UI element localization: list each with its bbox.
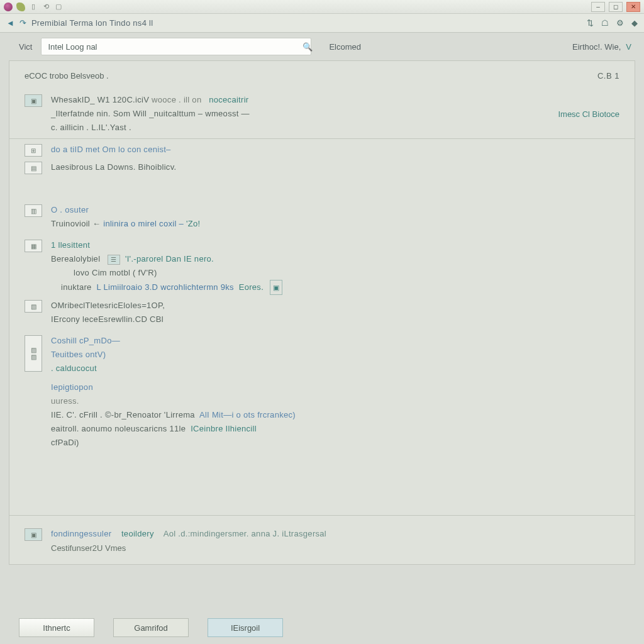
item-4-title[interactable]: 1 llesittent <box>51 238 619 252</box>
browse-label[interactable]: Elcomed <box>329 42 361 52</box>
item-4-l4a: inuktare <box>61 282 92 292</box>
item-4b-l2: IErcony leceEsrewllin.CD CBl <box>51 313 619 326</box>
item-5-l7a: eaitroll. aonumo noleuscaricns 11le <box>51 424 186 433</box>
item-4-icon[interactable]: ▦ <box>25 240 42 252</box>
item-4b-icon[interactable]: ▧ <box>25 300 42 313</box>
item-1-meta: wooce . ill on <box>152 95 201 104</box>
maximize-button[interactable]: ◻ <box>609 2 623 12</box>
toolbar-user-icon[interactable]: ☖ <box>601 18 609 28</box>
item-4-l2a: Berealolybiel <box>51 254 100 264</box>
item-5-l6b[interactable]: AlI Mit—i o ots frcrankec) <box>199 410 296 419</box>
result-item-4b: ▧ OMribeclTletesricEloIes=1OP, IErcony l… <box>9 299 635 330</box>
item-5-l5: uuress. <box>51 394 619 408</box>
item-5-l2[interactable]: Teuitbes ontV) <box>51 350 106 359</box>
nav-back-icon[interactable]: ◄ <box>6 18 14 28</box>
result-item-5: ▨▨ Coshill cP_mDo— Teuitbes ontV) . cald… <box>9 330 635 453</box>
footer-button-2[interactable]: Gamrifod <box>113 618 189 637</box>
item-4b-l1: OMribeclTletesricEloIes=1OP, <box>51 299 619 313</box>
item-1-title: WhesakID_ W1 120C.iciV <box>51 95 149 104</box>
item-5-l3[interactable]: . calducocut <box>51 364 97 373</box>
item-1-line3: c. aillicin . L.IL'.Yast . <box>51 121 549 135</box>
result-item-3: ▥ O . osuter Truinovioil ← inlinira o mi… <box>9 199 635 235</box>
item-1-line2: _Ilterfatnde nin. Som Will _nuitcalttum … <box>51 107 549 121</box>
item-3-body-a: Truinovioil ← <box>51 219 101 228</box>
toolbar-settings-icon[interactable]: ⚙ <box>616 18 624 28</box>
item-1-icon[interactable]: ▣ <box>25 94 42 107</box>
section-title: eCOC trobo Belsveob . <box>25 71 109 80</box>
nav-forward-icon[interactable]: ↷ <box>19 18 26 28</box>
item-5-icon[interactable]: ▨▨ <box>25 335 42 372</box>
leaf-icon <box>16 3 25 11</box>
section-code: C.B 1 <box>597 71 619 80</box>
item-2a-icon[interactable]: ⊞ <box>25 144 42 157</box>
minimize-button[interactable]: – <box>591 2 605 12</box>
item-2b-icon[interactable]: ▤ <box>25 162 42 174</box>
tab-strip: Vict 🔍 Elcomed Eirthoc!. Wie, V <box>0 33 644 60</box>
item-5-l7b[interactable]: ICeinbre Ilhiencill <box>191 424 257 433</box>
item-4-l4c[interactable]: Eores. <box>239 282 264 292</box>
section-header: eCOC trobo Belsveob . C.B 1 <box>9 61 635 89</box>
left-tab-label[interactable]: Vict <box>19 42 32 52</box>
footer-button-3[interactable]: IEisrgoil <box>208 618 283 637</box>
dialog-footer: Ithnertc Gamrifod IEisrgoil <box>0 611 644 644</box>
content-panel: eCOC trobo Belsveob . C.B 1 ▣ WhesakID_ … <box>9 60 635 565</box>
item-5-l4[interactable]: Iepigtiopon <box>51 382 93 392</box>
window-titlebar: ▯ ⟲ ▢ – ◻ ✕ <box>0 0 644 14</box>
doc-icon[interactable]: ▯ <box>29 3 38 11</box>
toolbar-help-icon[interactable]: ◆ <box>631 18 638 28</box>
refresh-icon[interactable]: ⟲ <box>42 3 50 11</box>
chevron-down-icon[interactable]: V <box>626 42 631 52</box>
breadcrumb-path: Premibial Terma lon Tindo ns4 ll <box>31 18 153 28</box>
item-1-action[interactable]: Imesc Cl Biotoce <box>558 109 619 119</box>
related-mid: Aol .d.:mindingersmer. anna J. iLtrasger… <box>164 529 326 538</box>
close-button[interactable]: ✕ <box>626 2 640 12</box>
item-4-l4b: L Limiilroaio 3.D wcrohlichtermn 9ks <box>96 282 233 292</box>
related-section: ▣ fondinngessuler teoildery Aol .d.:mind… <box>9 515 635 564</box>
result-item-4: ▦ 1 llesittent Berealolybiel ☰ 'I'.-paro… <box>9 235 635 299</box>
footer-button-1[interactable]: Ithnertc <box>19 618 94 637</box>
related-icon[interactable]: ▣ <box>25 528 42 541</box>
related-link-2[interactable]: teoildery <box>121 529 154 538</box>
item-4-badge-icon[interactable]: ▣ <box>270 280 282 295</box>
item-2a-link[interactable]: do a tiID met Om lo con cenist– <box>51 145 171 154</box>
app-icon <box>4 3 13 11</box>
page-icon[interactable]: ▢ <box>54 3 63 11</box>
inline-badge-icon: ☰ <box>108 255 120 265</box>
search-input[interactable] <box>41 38 311 55</box>
result-item-1: ▣ WhesakID_ W1 120C.iciV wooce . ill on … <box>9 89 635 138</box>
item-3-icon[interactable]: ▥ <box>25 204 42 217</box>
result-item-2: ⊞ do a tiID met Om lo con cenist– <box>9 139 635 160</box>
item-5-l6a: IIE. C'. cFrill . ©-br_Renoator 'Lirrema <box>51 410 195 419</box>
item-4-l2b[interactable]: 'I'.-parorel Dan IE nero. <box>125 254 214 264</box>
item-1-link[interactable]: nocecaitrir <box>209 95 248 104</box>
item-2b-text: Laesibrous La Downs. Bihoiblicv. <box>51 160 619 174</box>
item-5-l1[interactable]: Coshill cP_mDo— <box>51 336 120 345</box>
item-3-title[interactable]: O . osuter <box>51 203 619 217</box>
item-5-l8: cfPaDi) <box>51 436 619 450</box>
result-item-2b: ▤ Laesibrous La Downs. Bihoiblicv. <box>9 160 635 178</box>
item-4-l3: lovo Cim motbl ( fV'R) <box>51 266 619 280</box>
related-sub: Cestifunser2U Vmes <box>25 543 619 553</box>
item-3-body-b: inlinira o mirel coxil – <box>103 219 184 228</box>
toolbar-tool-1-icon[interactable]: ⇅ <box>587 18 594 28</box>
item-3-body-c[interactable]: 'Zo! <box>186 219 200 228</box>
related-link-1[interactable]: fondinngessuler <box>51 529 111 538</box>
right-info-label: Eirthoc!. Wie, <box>572 42 621 52</box>
toolbar: ◄ ↷ Premibial Terma lon Tindo ns4 ll ⇅ ☖… <box>0 14 644 33</box>
